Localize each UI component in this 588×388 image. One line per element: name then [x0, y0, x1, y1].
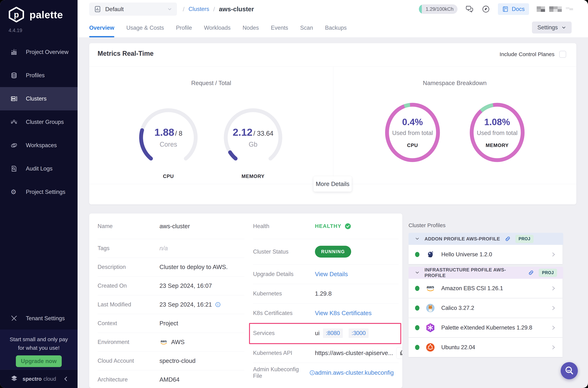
memory-gauge-text: 2.12 / 33.64 Gb [220, 126, 286, 148]
tab-scan[interactable]: Scan [300, 18, 313, 37]
tab-workloads[interactable]: Workloads [204, 18, 231, 37]
tab-overview[interactable]: Overview [89, 18, 114, 37]
sidebar-footer: spectro cloud [0, 370, 78, 388]
sidebar: p palette 4.4.19 Project Overview Profil… [0, 0, 78, 388]
settings-button-label: Settings [537, 24, 558, 31]
cpu-gauge-label: CPU [136, 174, 201, 179]
server-icon [11, 95, 18, 102]
service-port-3000-link[interactable]: :3000 [349, 328, 369, 338]
sidebar-item-profiles[interactable]: Profiles [0, 64, 78, 87]
profile-layer-ubuntu[interactable]: Ubuntu 22.04 [408, 338, 563, 357]
copy-icon[interactable] [396, 347, 402, 359]
health-status-text: HEALTHY [315, 223, 341, 229]
status-dot-green [415, 252, 419, 257]
profile-layer-hello-universe[interactable]: Hello Universe 1.2.0 [408, 245, 563, 264]
include-control-planes-checkbox[interactable] [559, 51, 566, 58]
link-icon[interactable] [528, 270, 534, 276]
aws-logo-icon: aws [159, 339, 168, 345]
detail-row-kubernetes-api: Kubernetes API https://aws-cluster-apise… [253, 343, 399, 363]
status-badge: RUNNING [315, 246, 351, 258]
assistant-search-button[interactable] [561, 362, 578, 379]
brand-logo[interactable]: p palette [8, 6, 63, 23]
chevron-down-icon[interactable] [415, 270, 420, 275]
sidebar-item-audit-logs[interactable]: Audit Logs [0, 157, 78, 180]
info-icon[interactable] [310, 370, 315, 375]
sidebar-item-label: Project Overview [26, 49, 68, 55]
aws-logo-icon: aws [426, 284, 435, 293]
services-label: Services [253, 330, 315, 337]
tab-events[interactable]: Events [271, 18, 288, 37]
upsell-text: Start small and only pay for what you us… [0, 335, 78, 352]
docs-button-label: Docs [512, 6, 525, 12]
chevron-right-icon [551, 251, 556, 258]
settings-button[interactable]: Settings [532, 22, 572, 33]
chevron-right-icon [551, 325, 556, 331]
chat-feedback-icon[interactable] [465, 5, 474, 13]
addon-profile-header[interactable]: ADDON PROFILE AWS-PROFILE PROJ [408, 233, 563, 245]
infrastructure-profile-header[interactable]: INFRASTRUCTURE PROFILE AWS-PROFILE PROJ [408, 267, 563, 279]
profile-layer-label: Calico 3.27.2 [441, 305, 474, 311]
cluster-profiles-title: Cluster Profiles [408, 222, 446, 228]
sidebar-item-tenant-settings[interactable]: Tenant Settings [0, 307, 78, 330]
top-bar-actions: 1.29/100kCh Docs [419, 0, 579, 18]
service-port-8080-link[interactable]: :8080 [323, 328, 343, 338]
infrastructure-profile-name: INFRASTRUCTURE PROFILE AWS-PROFILE [425, 267, 523, 278]
namespace-memory-caption: Used from total [468, 129, 526, 136]
tools-icon [11, 315, 18, 322]
cpu-gauge-text: 1.88 / 8 Cores [136, 126, 201, 148]
sidebar-item-workspaces[interactable]: Workspaces [0, 134, 78, 157]
tab-profile[interactable]: Profile [176, 18, 192, 37]
palette-logo-icon: p [8, 6, 25, 23]
check-circle-icon [345, 223, 351, 230]
memory-unit: Gb [220, 141, 286, 148]
sidebar-item-project-overview[interactable]: Project Overview [0, 40, 78, 64]
context-label: Context [98, 320, 159, 327]
svg-text:aws: aws [160, 339, 167, 343]
sidebar-item-clusters[interactable]: Clusters [0, 87, 78, 110]
profile-layer-calico[interactable]: Calico 3.27.2 [408, 298, 563, 318]
kubeconfig-download-link[interactable]: admin.aws-cluster.kubeconfig [315, 369, 394, 376]
tab-nodes[interactable]: Nodes [243, 18, 259, 37]
cloud-account-value: spectro-cloud [159, 357, 196, 364]
sidebar-item-project-settings[interactable]: ⚙ Project Settings [0, 180, 78, 204]
profile-layer-amazon-ebs-csi[interactable]: aws Amazon EBS CSI 1.26.1 [408, 279, 563, 298]
tab-usage-costs[interactable]: Usage & Costs [126, 18, 164, 37]
breadcrumb-clusters-link[interactable]: Clusters [188, 6, 209, 12]
metrics-realtime-card: Metrics Real-Time Include Control Planes… [89, 43, 576, 204]
breadcrumb: / Clusters / aws-cluster [183, 0, 254, 18]
k8s-certificates-label: K8s Certificates [253, 310, 315, 316]
info-icon[interactable] [215, 302, 221, 307]
docs-button[interactable]: Docs [498, 3, 529, 15]
brand-name: palette [29, 9, 63, 21]
environment-value: aws AWS [159, 339, 185, 345]
link-icon[interactable] [505, 236, 511, 242]
detail-row-created: Created On 23 Sep 2024, 16:07 [98, 276, 244, 295]
more-details-button[interactable]: More Details [314, 176, 352, 192]
namespace-memory-donut: 1.08% Used from total MEMORY [468, 101, 526, 164]
details-left-column: Name aws-cluster Tags n/a Description Cl… [98, 214, 244, 388]
chevron-down-icon[interactable] [415, 236, 420, 241]
project-selector-dropdown[interactable]: Default [89, 2, 177, 16]
cpu-unit: Cores [136, 141, 201, 148]
kubernetes-api-label: Kubernetes API [253, 350, 315, 356]
sidebar-item-cluster-groups[interactable]: Cluster Groups [0, 110, 78, 134]
last-modified-label: Last Modified [98, 301, 159, 308]
compass-tour-icon[interactable] [481, 5, 490, 13]
sidebar-item-label: Audit Logs [26, 165, 53, 172]
namespace-memory-label: MEMORY [468, 143, 526, 148]
upgrade-now-button[interactable]: Upgrade now [16, 355, 62, 367]
tab-backups[interactable]: Backups [325, 18, 347, 37]
created-on-label: Created On [98, 283, 159, 289]
status-dot-green [415, 286, 419, 291]
addon-profile-name: ADDON PROFILE AWS-PROFILE [425, 236, 500, 242]
sidebar-item-label: Cluster Groups [26, 119, 64, 125]
collapse-sidebar-icon[interactable] [63, 375, 68, 383]
sidebar-item-label: Clusters [26, 96, 46, 102]
kubernetes-label: Kubernetes [253, 290, 315, 297]
view-details-link[interactable]: View Details [315, 271, 348, 278]
view-k8s-certificates-link[interactable]: View K8s Certificates [315, 310, 372, 316]
usage-quota-value: 1.29/100kCh [426, 6, 453, 12]
profile-layer-palette-extended-kubernetes[interactable]: Palette eXtended Kubernetes 1.29.8 [408, 318, 563, 337]
name-value: aws-cluster [159, 223, 190, 230]
user-name-redacted[interactable] [537, 5, 579, 13]
